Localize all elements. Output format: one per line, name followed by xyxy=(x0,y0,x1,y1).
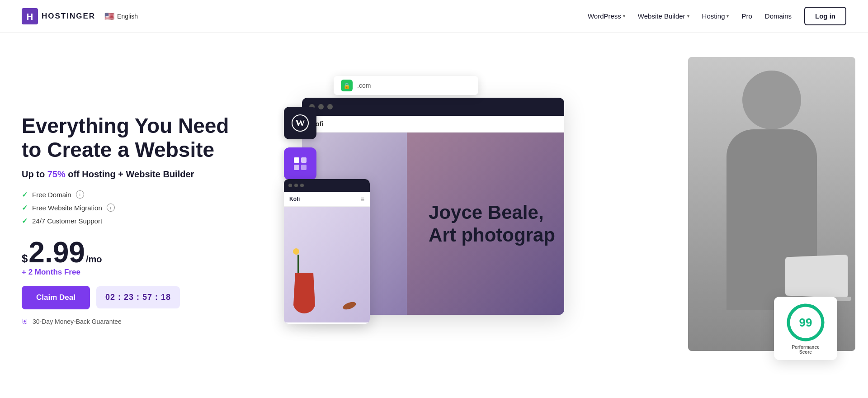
lang-label: English xyxy=(117,13,138,20)
wp-logo-icon: W xyxy=(291,114,309,132)
price-block: $ 2.99 /mo + 2 Months Free xyxy=(22,238,239,277)
feature-free-domain: ✓ Free Domain i xyxy=(22,190,239,199)
performance-score: 99 xyxy=(799,316,812,330)
svg-rect-4 xyxy=(294,157,299,163)
ssl-icon: 🔒 xyxy=(341,80,353,91)
discount-highlight: 75% xyxy=(47,169,66,179)
check-icon: ✓ xyxy=(22,190,28,199)
hero-section: Everything You Need to Create a Website … xyxy=(0,33,868,398)
price-main: $ 2.99 /mo xyxy=(22,238,239,267)
nav-item-domains[interactable]: Domains xyxy=(765,12,792,20)
mobile-site-name: Kofi xyxy=(289,196,300,202)
mobile-hamburger-icon: ≡ xyxy=(361,195,364,203)
navbar: H HOSTINGER 🇺🇸 English WordPress ▾ Websi… xyxy=(0,0,868,33)
performance-circle: 99 xyxy=(785,302,826,343)
claim-deal-button[interactable]: Claim Deal xyxy=(22,286,90,309)
mobile-site-image xyxy=(284,207,370,322)
nav-item-hosting[interactable]: Hosting ▾ xyxy=(702,12,729,20)
browser-dot-3 xyxy=(327,104,333,109)
hero-subheading: Up to 75% off Hosting + Website Builder xyxy=(22,169,239,180)
cta-row: Claim Deal 02 : 23 : 57 : 18 xyxy=(22,286,239,309)
check-icon: ✓ xyxy=(22,204,28,212)
feature-label: Free Website Migration xyxy=(32,204,102,212)
language-selector[interactable]: 🇺🇸 English xyxy=(104,11,138,21)
flag-icon: 🇺🇸 xyxy=(104,11,114,21)
svg-rect-6 xyxy=(294,165,299,170)
nav-right: WordPress ▾ Website Builder ▾ Hosting ▾ … xyxy=(588,7,846,25)
chevron-down-icon: ▾ xyxy=(726,14,729,19)
browser-toolbar xyxy=(302,98,564,116)
wordpress-icon-block: W xyxy=(284,107,316,139)
countdown-timer: 02 : 23 : 57 : 18 xyxy=(96,286,180,308)
performance-label: PerformanceScore xyxy=(792,345,819,355)
info-icon[interactable]: i xyxy=(76,190,84,199)
hero-heading: Everything You Need to Create a Website xyxy=(22,114,239,162)
logo-text: HOSTINGER xyxy=(42,12,95,21)
performance-widget: 99 PerformanceScore xyxy=(774,297,837,360)
hero-visual: 🔒 .com W xyxy=(257,52,846,387)
mobile-dot-2 xyxy=(294,184,298,187)
svg-rect-7 xyxy=(301,165,307,170)
performance-inner: 99 xyxy=(799,316,812,330)
builder-icon xyxy=(292,156,308,172)
guarantee-text: ⛨ 30-Day Money-Back Guarantee xyxy=(22,317,239,326)
website-hero-text: Joyce Beale, Art photograp xyxy=(429,201,555,246)
nav-item-website-builder[interactable]: Website Builder ▾ xyxy=(638,12,689,20)
mobile-dot-3 xyxy=(300,184,304,187)
logo[interactable]: H HOSTINGER xyxy=(22,8,95,24)
hero-left: Everything You Need to Create a Website … xyxy=(22,114,257,326)
browser-dot-2 xyxy=(318,104,324,109)
price-dollar: $ xyxy=(22,252,28,265)
features-list: ✓ Free Domain i ✓ Free Website Migration… xyxy=(22,190,239,225)
shield-icon: ⛨ xyxy=(22,317,29,326)
feature-support: ✓ 24/7 Customer Support xyxy=(22,217,239,225)
svg-rect-5 xyxy=(301,157,307,163)
mobile-preview-card: Kofi ≡ xyxy=(284,179,370,324)
nav-item-pro[interactable]: Pro xyxy=(741,12,752,20)
price-number: 2.99 xyxy=(28,238,85,267)
price-bonus: + 2 Months Free xyxy=(22,268,239,277)
nav-left: H HOSTINGER 🇺🇸 English xyxy=(22,8,138,24)
url-bar: 🔒 .com xyxy=(334,76,478,95)
mobile-topnav: Kofi ≡ xyxy=(284,192,370,207)
price-mo: /mo xyxy=(86,254,102,265)
mobile-dot-1 xyxy=(288,184,292,187)
builder-icon-block xyxy=(284,147,316,180)
logo-icon: H xyxy=(22,8,38,24)
chevron-down-icon: ▾ xyxy=(687,14,689,19)
url-text: .com xyxy=(357,82,371,89)
mobile-browser-toolbar xyxy=(284,179,370,192)
info-icon[interactable]: i xyxy=(107,204,115,212)
svg-text:W: W xyxy=(295,117,305,128)
website-topnav: Kofi xyxy=(302,116,564,133)
feature-label: 24/7 Customer Support xyxy=(32,217,102,225)
feature-label: Free Domain xyxy=(32,191,71,199)
login-button[interactable]: Log in xyxy=(804,7,846,25)
chevron-down-icon: ▾ xyxy=(623,14,625,19)
feature-free-migration: ✓ Free Website Migration i xyxy=(22,204,239,212)
svg-text:H: H xyxy=(27,12,33,22)
check-icon: ✓ xyxy=(22,217,28,225)
nav-item-wordpress[interactable]: WordPress ▾ xyxy=(588,12,625,20)
